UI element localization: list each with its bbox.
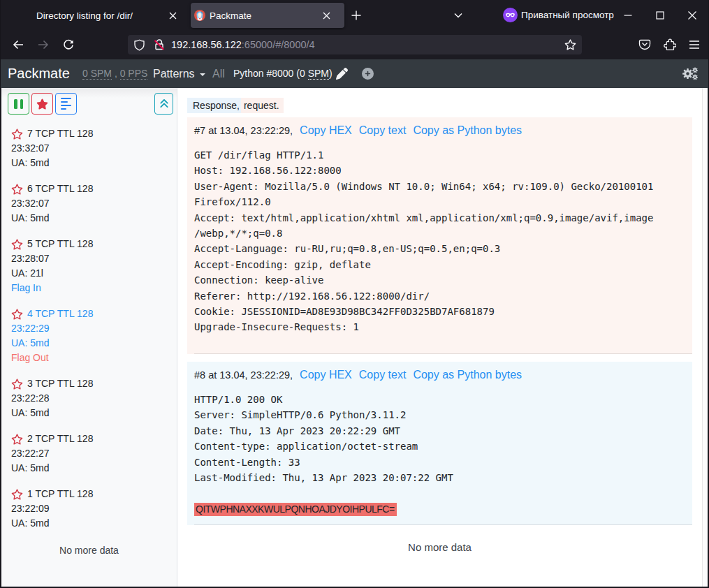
traffic-stats: 0 SPM , 0 PPS bbox=[82, 59, 147, 88]
collapse-all-button[interactable] bbox=[154, 93, 173, 115]
packet-list-item[interactable]: 3 TCP TTL 12823:22:28UA: 5md bbox=[11, 376, 171, 420]
app-content: 7 TCP TTL 12823:32:07UA: 5md6 TCP TTL 12… bbox=[1, 88, 708, 587]
back-button[interactable] bbox=[7, 34, 29, 56]
brand[interactable]: Packmate bbox=[8, 59, 70, 88]
packet-star-icon[interactable] bbox=[11, 128, 23, 140]
tab-close-icon[interactable] bbox=[319, 8, 333, 22]
packet-title: 6 TCP TTL 128 bbox=[27, 182, 93, 196]
url-host: 192.168.56.122 bbox=[171, 39, 242, 50]
window-controls bbox=[612, 0, 708, 30]
star-icon bbox=[36, 98, 48, 110]
flag-link[interactable]: Flag In bbox=[11, 281, 171, 295]
card-divider bbox=[194, 524, 692, 525]
packet-card-title: #8 at 13.04, 23:22:29, bbox=[194, 369, 293, 381]
packet-title: 5 TCP TTL 128 bbox=[27, 237, 93, 251]
extensions-puzzle-icon[interactable] bbox=[664, 38, 676, 51]
reload-button[interactable] bbox=[57, 34, 80, 56]
patterns-dropdown[interactable]: Patterns bbox=[153, 59, 205, 88]
packet-title: 3 TCP TTL 128 bbox=[27, 376, 93, 391]
edit-pattern-pencil-icon[interactable] bbox=[336, 59, 348, 88]
packet-list: 7 TCP TTL 12823:32:07UA: 5md6 TCP TTL 12… bbox=[1, 126, 177, 531]
packet-card-response: #8 at 13.04, 23:22:29,Copy HEXCopy textC… bbox=[187, 362, 692, 525]
packet-star-icon[interactable] bbox=[11, 489, 23, 500]
caret-down-icon bbox=[200, 73, 205, 76]
tab-title: Packmate bbox=[210, 10, 251, 21]
packet-star-icon[interactable] bbox=[11, 239, 23, 250]
angles-up-icon bbox=[159, 98, 169, 109]
packet-list-item[interactable]: 7 TCP TTL 12823:32:07UA: 5md bbox=[11, 126, 171, 170]
packet-time: 23:22:29 bbox=[11, 321, 171, 336]
url-bar[interactable]: 192.168.56.122:65000/#/8000/4 bbox=[128, 35, 582, 54]
copy-python-link[interactable]: Copy as Python bytes bbox=[413, 124, 522, 136]
navigation-toolbar: 192.168.56.122:65000/#/8000/4 bbox=[1, 30, 708, 59]
packet-title: 2 TCP TTL 128 bbox=[27, 432, 93, 446]
url-text: 192.168.56.122:65000/#/8000/4 bbox=[171, 39, 315, 50]
tracking-protection-shield-icon[interactable] bbox=[133, 39, 145, 51]
close-window-button[interactable] bbox=[676, 0, 708, 30]
new-tab-icon[interactable] bbox=[349, 8, 363, 22]
packet-star-icon[interactable] bbox=[11, 309, 23, 320]
sidebar-controls bbox=[1, 93, 177, 115]
packet-star-icon[interactable] bbox=[11, 434, 23, 445]
copy-text-link[interactable]: Copy text bbox=[359, 124, 407, 136]
compact-view-button[interactable] bbox=[55, 93, 77, 115]
toolbar-right-icons bbox=[638, 30, 700, 59]
menu-hamburger-icon[interactable] bbox=[689, 40, 700, 50]
packet-ua: UA: 5md bbox=[11, 406, 171, 420]
favorites-filter-button[interactable] bbox=[31, 93, 53, 115]
legend-request: request. bbox=[241, 98, 284, 113]
packet-ua: UA: 5md bbox=[11, 336, 171, 351]
add-pattern-icon[interactable] bbox=[362, 59, 374, 88]
packet-title: 1 TCP TTL 128 bbox=[27, 487, 93, 501]
packet-list-item[interactable]: 6 TCP TTL 12823:32:07UA: 5md bbox=[11, 182, 171, 226]
copy-hex-link[interactable]: Copy HEX bbox=[300, 369, 352, 381]
matched-flag-pattern: QITWPHNAXXKWULPQNHOAJDYOIHPULFC= bbox=[194, 503, 397, 516]
packet-content: GET /dir/flag HTTP/1.1 Host: 192.168.56.… bbox=[194, 147, 655, 335]
tab-list-dropdown-icon[interactable] bbox=[451, 8, 465, 22]
packet-star-icon[interactable] bbox=[11, 378, 23, 390]
forward-button[interactable] bbox=[32, 34, 54, 56]
packet-list-item[interactable]: 5 TCP TTL 12823:28:07UA: 21lFlag In bbox=[11, 237, 171, 295]
tab-close-icon[interactable] bbox=[166, 8, 180, 22]
packet-ua: UA: 5md bbox=[11, 461, 171, 476]
packet-star-icon[interactable] bbox=[11, 184, 23, 195]
tab-packmate[interactable]: Packmate bbox=[191, 3, 344, 28]
packet-time: 23:32:07 bbox=[11, 141, 171, 156]
bookmark-star-icon[interactable] bbox=[564, 39, 576, 51]
maximize-button[interactable] bbox=[644, 0, 676, 30]
packet-ua: UA: 5md bbox=[11, 156, 171, 170]
packet-title: 4 TCP TTL 128 bbox=[27, 307, 93, 321]
insecure-lock-icon[interactable] bbox=[153, 38, 166, 51]
copy-python-link[interactable]: Copy as Python bytes bbox=[413, 369, 522, 381]
pocket-icon[interactable] bbox=[638, 38, 651, 51]
packet-list-item[interactable]: 4 TCP TTL 12823:22:29UA: 5mdFlag Out bbox=[11, 307, 171, 365]
packet-list-item[interactable]: 2 TCP TTL 12823:22:27UA: 5md bbox=[11, 432, 171, 476]
settings-gears-icon[interactable] bbox=[682, 59, 699, 88]
packet-title: 7 TCP TTL 128 bbox=[27, 126, 93, 141]
packet-card-header: #8 at 13.04, 23:22:29,Copy HEXCopy textC… bbox=[194, 367, 692, 383]
packmate-navbar: Packmate 0 SPM , 0 PPS Patterns All Pyth… bbox=[1, 59, 708, 88]
scrollbar[interactable] bbox=[702, 88, 708, 587]
sidebar-no-more-data: No more data bbox=[1, 545, 177, 556]
copy-text-link[interactable]: Copy text bbox=[359, 369, 407, 381]
pause-capture-button[interactable] bbox=[8, 93, 29, 115]
packet-content: HTTP/1.0 200 OK Server: SimpleHTTP/0.6 P… bbox=[194, 392, 655, 517]
copy-hex-link[interactable]: Copy HEX bbox=[300, 124, 352, 136]
private-mask-icon bbox=[503, 8, 518, 22]
tab-directory-listing[interactable]: Directory listing for /dir/ bbox=[6, 3, 185, 28]
minimize-button[interactable] bbox=[612, 0, 644, 30]
private-browsing-badge: Приватный просмотр bbox=[503, 8, 614, 22]
packet-time: 23:22:27 bbox=[11, 446, 171, 461]
packet-list-item[interactable]: 1 TCP TTL 12823:22:09UA: 5md bbox=[11, 487, 171, 531]
align-left-icon bbox=[61, 98, 71, 110]
packet-time: 23:22:28 bbox=[11, 391, 171, 406]
pause-icon bbox=[14, 99, 23, 109]
main-no-more-data: No more data bbox=[187, 541, 692, 553]
packet-ua: UA: 5md bbox=[11, 516, 171, 531]
current-pattern[interactable]: Python #8000 (0 SPM) bbox=[233, 59, 332, 88]
private-browsing-label: Приватный просмотр bbox=[521, 10, 614, 20]
pattern-filter-all[interactable]: All bbox=[212, 59, 225, 88]
url-path: :65000/#/8000/4 bbox=[242, 39, 315, 50]
flag-link[interactable]: Flag Out bbox=[11, 351, 171, 365]
packet-time: 23:32:07 bbox=[11, 196, 171, 211]
